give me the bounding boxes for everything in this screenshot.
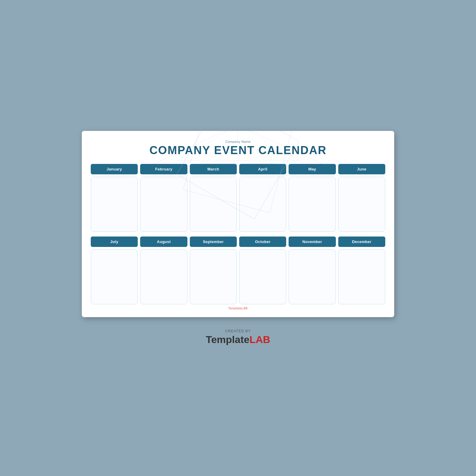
month-header-october: October: [239, 237, 286, 247]
month-content-april: [239, 177, 286, 232]
month-content-june: [338, 177, 385, 232]
month-content-may: [289, 177, 336, 232]
created-by-text: CREATED BY: [225, 329, 251, 333]
month-content-july: [91, 249, 138, 304]
month-content-november: [289, 249, 336, 304]
month-content-march: [190, 177, 237, 232]
month-content-september: [190, 249, 237, 304]
month-header-march: March: [190, 164, 237, 174]
month-header-december: December: [338, 237, 385, 247]
month-header-april: April: [239, 164, 286, 174]
month-content-august: [140, 249, 187, 304]
month-content-february: [140, 177, 187, 232]
month-content-january: [91, 177, 138, 232]
months-row1-headers: January February March April May June: [91, 164, 385, 174]
month-header-august: August: [140, 237, 187, 247]
lab-text: LAB: [249, 334, 270, 345]
template-text: Template: [206, 334, 250, 345]
month-header-july: July: [91, 237, 138, 247]
months-row1-content: [91, 177, 385, 232]
month-header-february: February: [140, 164, 187, 174]
template-lab-logo: TemplateLAB: [206, 334, 270, 345]
months-row2-headers: July August September October November D…: [91, 237, 385, 247]
month-header-january: January: [91, 164, 138, 174]
months-row2-content: [91, 249, 385, 304]
calendar-title: COMPANY EVENT CALENDAR: [91, 144, 385, 157]
month-header-september: September: [190, 237, 237, 247]
calendar-card: Company Name COMPANY EVENT CALENDAR Janu…: [82, 131, 394, 317]
month-header-may: May: [289, 164, 336, 174]
page-wrapper: Company Name COMPANY EVENT CALENDAR Janu…: [82, 131, 394, 345]
month-content-october: [239, 249, 286, 304]
company-name-label: Company Name: [91, 140, 385, 143]
month-header-november: November: [289, 237, 336, 247]
created-by-section: CREATED BY TemplateLAB: [206, 329, 270, 345]
month-header-june: June: [338, 164, 385, 174]
footer-brand: TemplateLAB: [91, 307, 385, 310]
month-content-december: [338, 249, 385, 304]
